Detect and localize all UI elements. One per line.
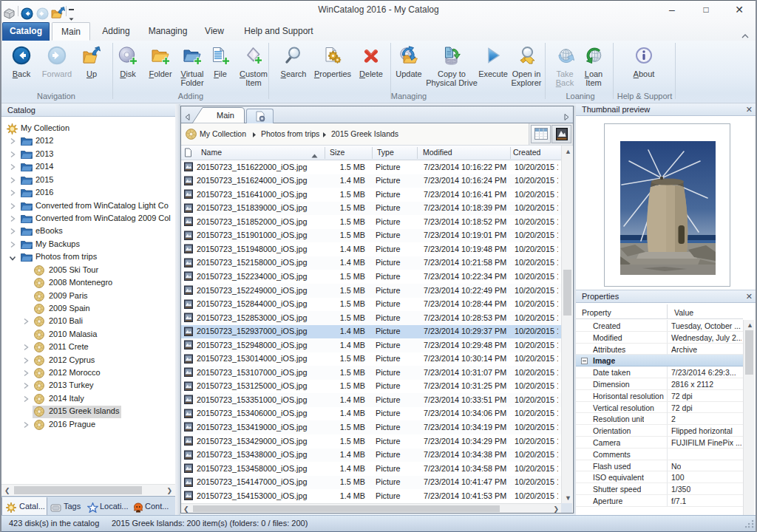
svg-text:Main: Main: [217, 111, 234, 120]
